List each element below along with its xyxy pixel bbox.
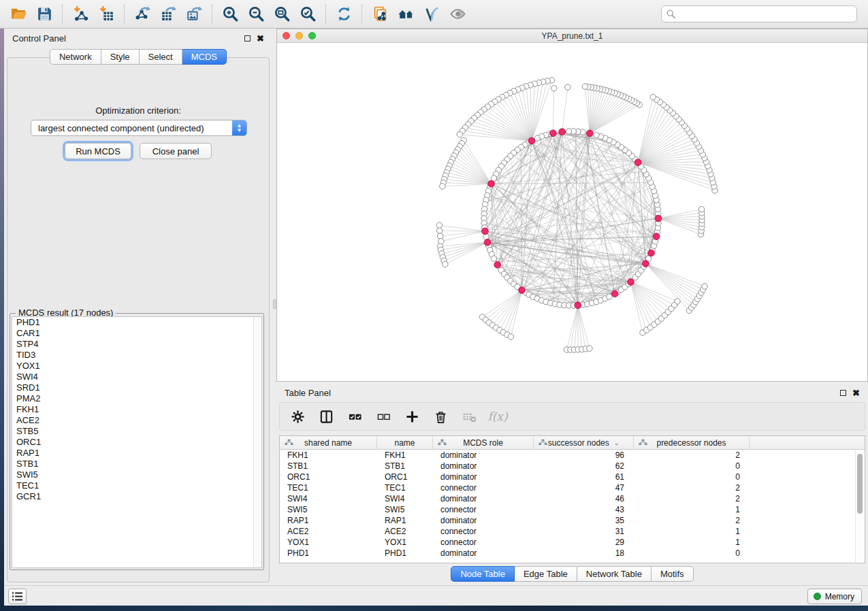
close-panel-button[interactable]: Close panel (140, 143, 212, 159)
float-panel-icon[interactable] (244, 35, 251, 42)
network-node[interactable] (551, 86, 557, 91)
cell-name[interactable]: YOX1 (377, 537, 433, 548)
network-window-titlebar[interactable]: YPA_prune.txt_1 (277, 29, 867, 43)
close-table-panel-icon[interactable]: ✖ (852, 390, 860, 396)
cell-successor-nodes[interactable]: 96 (534, 450, 634, 461)
cell-predecessor-nodes[interactable]: 2 (634, 482, 750, 493)
unselect-all-button[interactable] (374, 407, 393, 426)
close-panel-icon[interactable]: ✖ (257, 35, 264, 42)
cell-MCDS-role[interactable]: dominator (433, 493, 534, 504)
cell-MCDS-role[interactable]: connector (433, 537, 534, 548)
tab-network-table[interactable]: Network Table (577, 566, 652, 582)
search-input[interactable] (661, 5, 857, 22)
cell-predecessor-nodes[interactable]: 2 (634, 493, 750, 504)
open-file-button[interactable] (5, 3, 31, 26)
network-hub-node[interactable] (634, 159, 641, 166)
cell-name[interactable]: ACE2 (377, 526, 433, 537)
tab-node-table[interactable]: Node Table (451, 566, 515, 582)
network-hub-node[interactable] (488, 180, 495, 187)
mcds-result-item[interactable]: SRD1 (12, 382, 261, 393)
zoom-selected-button[interactable] (295, 3, 321, 26)
network-hub-node[interactable] (494, 261, 501, 268)
table-row[interactable]: PHD1PHD1dominator180 (280, 548, 865, 559)
cell-shared-name[interactable]: SWI5 (280, 504, 377, 515)
settings-gear-button[interactable] (288, 407, 307, 426)
network-hub-node[interactable] (484, 240, 491, 246)
cell-successor-nodes[interactable]: 35 (534, 515, 634, 526)
cell-successor-nodes[interactable]: 62 (534, 461, 634, 472)
import-network-button[interactable] (67, 3, 93, 26)
cell-predecessor-nodes[interactable]: 0 (634, 461, 750, 472)
cell-successor-nodes[interactable]: 47 (534, 482, 634, 493)
cell-predecessor-nodes[interactable]: 2 (634, 515, 750, 526)
network-node[interactable] (440, 184, 445, 189)
cell-predecessor-nodes[interactable]: 1 (634, 504, 750, 515)
cell-MCDS-role[interactable]: dominator (433, 515, 534, 526)
cell-name[interactable]: FKH1 (377, 450, 433, 461)
network-node[interactable] (534, 135, 540, 141)
task-history-button[interactable] (8, 589, 27, 604)
save-session-button[interactable] (31, 3, 57, 26)
network-hub-node[interactable] (528, 137, 535, 144)
table-scrollbar[interactable] (855, 450, 864, 562)
network-node[interactable] (436, 222, 442, 228)
zoom-fit-button[interactable] (269, 3, 295, 26)
cell-MCDS-role[interactable]: dominator (433, 548, 534, 559)
cell-shared-name[interactable]: FKH1 (280, 450, 377, 461)
table-scrollbar-thumb[interactable] (857, 454, 863, 514)
network-hub-node[interactable] (655, 215, 662, 222)
export-network-button[interactable] (129, 3, 155, 26)
network-canvas[interactable] (277, 43, 867, 381)
tab-network[interactable]: Network (50, 49, 101, 65)
cell-successor-nodes[interactable]: 29 (534, 537, 634, 548)
tab-mcds[interactable]: MCDS (182, 49, 227, 65)
network-node[interactable] (457, 131, 462, 137)
network-node[interactable] (650, 95, 656, 100)
table-row[interactable]: ORC1ORC1dominator610 (280, 472, 865, 482)
column-header-successor-nodes[interactable]: successor nodes⌄ (534, 436, 634, 449)
mcds-result-item[interactable]: YOX1 (12, 361, 261, 371)
table-row[interactable]: FKH1FKH1dominator962 (280, 450, 865, 461)
mcds-result-item[interactable]: ACE2 (12, 415, 261, 426)
cell-name[interactable]: ORC1 (377, 472, 433, 482)
column-header-shared-name[interactable]: shared name (280, 436, 377, 449)
tab-motifs[interactable]: Motifs (652, 566, 694, 582)
split-view-button[interactable] (317, 407, 336, 426)
cell-shared-name[interactable]: ACE2 (280, 526, 377, 537)
cell-shared-name[interactable]: STB1 (280, 461, 377, 472)
network-node[interactable] (594, 132, 599, 137)
float-table-panel-icon[interactable] (840, 390, 846, 396)
network-hub-node[interactable] (653, 233, 660, 240)
network-hub-node[interactable] (628, 279, 634, 286)
table-row[interactable]: ACE2ACE2connector311 (280, 526, 865, 537)
cell-shared-name[interactable]: SWI4 (280, 493, 377, 504)
splitter-grip[interactable] (273, 299, 276, 309)
cell-predecessor-nodes[interactable]: 1 (634, 537, 750, 548)
network-node[interactable] (437, 228, 443, 233)
cell-shared-name[interactable]: PHD1 (280, 548, 377, 559)
network-hub-node[interactable] (519, 287, 526, 294)
import-table-button[interactable] (93, 3, 119, 26)
mcds-result-item[interactable]: SWI4 (12, 371, 261, 382)
mcds-result-item[interactable]: SWI5 (12, 469, 261, 480)
mcds-result-item[interactable]: GCR1 (12, 491, 261, 502)
table-row[interactable]: SWI5SWI5connector431 (280, 504, 865, 515)
cell-MCDS-role[interactable]: connector (433, 504, 534, 515)
network-node[interactable] (582, 84, 588, 89)
zoom-in-button[interactable] (217, 3, 243, 26)
tab-edge-table[interactable]: Edge Table (515, 566, 577, 582)
mcds-result-item[interactable]: RAP1 (12, 448, 261, 459)
network-node[interactable] (491, 256, 496, 261)
cell-successor-nodes[interactable]: 18 (534, 548, 634, 559)
network-node[interactable] (491, 176, 496, 181)
mcds-result-item[interactable]: TEC1 (12, 480, 261, 491)
table-row[interactable]: YOX1YOX1connector291 (280, 537, 865, 548)
mcds-result-item[interactable]: STP4 (12, 339, 261, 350)
cell-predecessor-nodes[interactable]: 0 (634, 548, 750, 559)
mcds-result-item[interactable]: CAR1 (12, 328, 261, 339)
cell-predecessor-nodes[interactable]: 0 (634, 472, 750, 482)
refresh-button[interactable] (331, 3, 357, 26)
tab-select[interactable]: Select (140, 49, 182, 65)
cell-predecessor-nodes[interactable]: 1 (634, 526, 750, 537)
network-hub-node[interactable] (611, 291, 618, 297)
